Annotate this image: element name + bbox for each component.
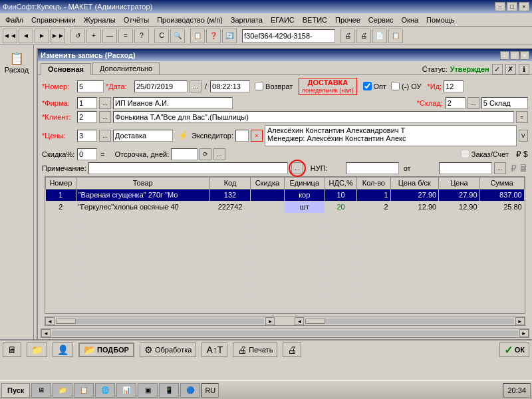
ait-icon[interactable]: A↑T: [201, 342, 227, 357]
data-input[interactable]: [134, 80, 188, 92]
status-x[interactable]: ✗: [505, 64, 516, 74]
tb-delete[interactable]: —: [102, 29, 117, 43]
close-button[interactable]: ×: [519, 2, 529, 11]
taskbar-item-8[interactable]: 🔵: [180, 383, 200, 398]
pechat-button[interactable]: 🖨 Печать: [233, 342, 277, 357]
tb-refresh[interactable]: ↺: [70, 29, 85, 43]
dialog-minimize[interactable]: –: [500, 51, 509, 60]
scroll-left-btn2[interactable]: ◄: [295, 317, 304, 325]
start-button[interactable]: Пуск: [1, 383, 30, 398]
taskbar-item-3[interactable]: 📋: [74, 383, 94, 398]
id-field[interactable]: [242, 29, 335, 43]
tb-help[interactable]: ?: [134, 29, 149, 43]
sklad-num[interactable]: [446, 97, 466, 109]
scroll-left-btn1[interactable]: ◄: [45, 317, 55, 325]
taskbar-item-5[interactable]: 📊: [116, 383, 136, 398]
icon-left2[interactable]: 📁: [27, 342, 47, 357]
klient-ellipsis[interactable]: ...: [99, 111, 111, 123]
taskbar-item-6[interactable]: ▣: [138, 383, 158, 398]
print2-icon[interactable]: 🖨: [283, 342, 301, 357]
bottom-scrollbar[interactable]: ◄ ►: [41, 329, 529, 338]
tb-icon2[interactable]: ❓: [206, 29, 221, 43]
id-input[interactable]: [444, 80, 464, 92]
ok-button[interactable]: ✓ ОК: [499, 342, 529, 357]
ekspeditor-ellipsis[interactable]: ×: [251, 130, 263, 142]
menu-vetis[interactable]: ВЕТИС: [299, 15, 331, 25]
icon-left3[interactable]: 👤: [53, 342, 73, 357]
tb-icon1[interactable]: 📋: [190, 29, 205, 43]
firma-ellipsis[interactable]: ...: [99, 97, 111, 109]
scroll-right-btn1[interactable]: ►: [265, 317, 275, 325]
primechanie-input[interactable]: [88, 162, 288, 174]
skidka-input[interactable]: [77, 148, 97, 160]
maximize-button[interactable]: □: [507, 2, 517, 11]
ceny-name[interactable]: [113, 130, 173, 142]
menu-spravochniki[interactable]: Справочники: [27, 15, 80, 25]
tb-search[interactable]: 🔍: [170, 29, 185, 43]
taskbar-item-7[interactable]: 📱: [159, 383, 179, 398]
tab-dopolnitelno[interactable]: Дополнительно: [92, 63, 160, 74]
status-check[interactable]: ✓: [492, 64, 503, 74]
sidebar-item-raskhod[interactable]: 📋 Расход: [0, 48, 33, 77]
zakazschet-check[interactable]: [461, 150, 469, 158]
table-row[interactable]: 2"Геркулес"хлопья овсяные 40222742шт2021…: [46, 201, 525, 213]
podbor-button[interactable]: 📂 ПОДБОР: [78, 342, 134, 357]
icon-left1[interactable]: 🖥: [3, 342, 21, 357]
otsrochka-input[interactable]: [171, 148, 198, 160]
tb-print2[interactable]: 🖨: [356, 29, 371, 43]
table-scrollbar-h1[interactable]: ◄ ► ◄ ►: [45, 317, 525, 326]
ou-check[interactable]: [391, 82, 400, 90]
tb-print1[interactable]: 🖨: [340, 29, 355, 43]
sklad-name[interactable]: [481, 97, 528, 109]
menu-zhurnaly[interactable]: Журналы: [80, 15, 120, 25]
table-row[interactable]: 1"Вареная сгущенка" 270г "Мо132кор10127.…: [46, 189, 525, 201]
vozvrat-check[interactable]: [255, 82, 263, 90]
opt-check[interactable]: [363, 82, 372, 90]
menu-proizvodstvo[interactable]: Производство (м/п): [153, 15, 227, 25]
menu-egais[interactable]: ЕГАИС: [267, 15, 299, 25]
minimize-button[interactable]: –: [495, 2, 505, 11]
data-ellipsis[interactable]: ...: [190, 80, 201, 92]
tb-clear[interactable]: C: [154, 29, 169, 43]
h-scroll-right[interactable]: ►: [519, 329, 529, 337]
ceny-ellipsis[interactable]: ...: [99, 130, 111, 142]
klient-equals[interactable]: =: [516, 111, 528, 123]
tb-print3[interactable]: 📄: [372, 29, 387, 43]
h-scroll-left[interactable]: ◄: [41, 329, 51, 337]
info-v-btn[interactable]: V: [519, 130, 528, 142]
tb-add[interactable]: +: [86, 29, 101, 43]
tb-first[interactable]: ◄◄: [3, 29, 17, 43]
menu-otchety[interactable]: Отчёты: [120, 15, 153, 25]
menu-file[interactable]: Файл: [1, 15, 27, 25]
nomer-input[interactable]: [77, 80, 104, 92]
primechanie-ellipsis[interactable]: ...: [291, 162, 303, 174]
sklad-ellipsis[interactable]: ...: [467, 97, 479, 109]
time-input[interactable]: [210, 80, 250, 92]
tb-last[interactable]: ►►: [51, 29, 65, 43]
otsrochka-ellipsis[interactable]: ...: [213, 148, 225, 160]
menu-okna[interactable]: Окна: [398, 15, 423, 25]
menu-prochee[interactable]: Прочее: [331, 15, 364, 25]
tb-prev[interactable]: ◄: [19, 29, 33, 43]
dialog-maximize[interactable]: □: [510, 51, 519, 60]
firma-num[interactable]: [77, 97, 97, 109]
menu-servis[interactable]: Сервис: [364, 15, 398, 25]
scroll-track1[interactable]: [56, 319, 264, 324]
menu-pomosh[interactable]: Помощь: [422, 15, 459, 25]
ot-ellipsis[interactable]: ...: [494, 162, 506, 174]
scroll-right-btn2[interactable]: ►: [515, 317, 525, 325]
tab-osnovnaya[interactable]: Основная: [41, 63, 91, 75]
tb-print4[interactable]: 📋: [388, 29, 403, 43]
nup-input[interactable]: [346, 162, 399, 174]
dialog-close[interactable]: ×: [520, 51, 529, 60]
taskbar-item-1[interactable]: 🖥: [31, 383, 51, 398]
klient-name[interactable]: [113, 111, 514, 123]
otsrochka-btn[interactable]: ⟳: [200, 148, 211, 160]
scroll-track2[interactable]: [305, 319, 513, 324]
ot-date-input[interactable]: [439, 162, 492, 174]
tb-icon3[interactable]: 🔄: [222, 29, 237, 43]
firma-name[interactable]: [113, 97, 233, 109]
klient-num[interactable]: [77, 111, 97, 123]
ekspeditor-input[interactable]: [235, 130, 249, 142]
tb-edit[interactable]: =: [118, 29, 133, 43]
